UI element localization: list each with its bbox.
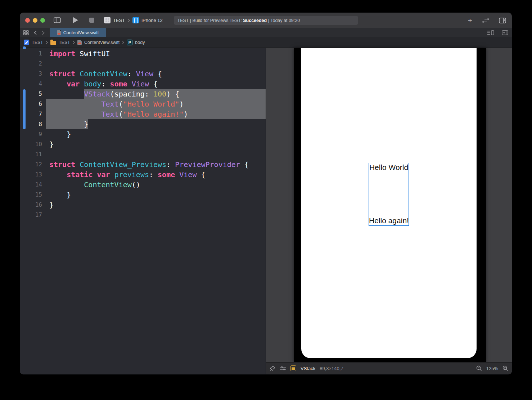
line-number[interactable]: 17 <box>20 210 46 220</box>
library-add-icon[interactable]: + <box>468 17 472 24</box>
minimize-window-button[interactable] <box>33 18 37 23</box>
change-bar <box>23 89 26 129</box>
code-line[interactable]: 16} <box>20 200 266 210</box>
token-pl: } <box>49 140 54 149</box>
token-pl <box>93 170 97 179</box>
code-line[interactable]: 3struct ContentView: View { <box>20 69 266 79</box>
jumpbar-item-group[interactable]: TEST <box>59 40 70 45</box>
code-line[interactable]: 5 VStack(spacing: 100) { <box>20 89 266 99</box>
chevron-right-icon <box>122 41 124 44</box>
token-pl: } <box>49 120 88 129</box>
code-review-icon[interactable] <box>481 18 490 23</box>
code-text[interactable] <box>46 59 266 69</box>
token-pl: SwiftUI <box>75 49 110 58</box>
code-text[interactable]: } <box>46 129 266 139</box>
line-number[interactable]: 10 <box>20 139 46 149</box>
code-text[interactable]: var body: some View { <box>46 79 266 89</box>
code-line[interactable]: 1import SwiftUI <box>20 49 266 59</box>
line-number[interactable]: 12 <box>20 159 46 170</box>
run-button[interactable] <box>73 17 78 23</box>
zoom-level[interactable]: 125% <box>486 366 498 371</box>
code-text[interactable]: Text("Hello World") <box>46 99 266 109</box>
token-type: View <box>136 69 153 78</box>
zoom-out-icon[interactable] <box>476 365 482 371</box>
code-line[interactable]: 9 } <box>20 129 266 139</box>
swift-file-icon <box>77 40 82 45</box>
jump-bar: TEST TEST ContentView.swift P body <box>20 37 512 48</box>
token-pl: { <box>197 170 205 179</box>
line-number[interactable]: 16 <box>20 200 46 210</box>
line-number[interactable]: 15 <box>20 190 46 200</box>
pin-preview-icon[interactable] <box>270 365 275 371</box>
code-text[interactable] <box>46 149 266 159</box>
zoom-in-icon[interactable] <box>502 365 508 371</box>
source-editor[interactable]: 1import SwiftUI23struct ContentView: Vie… <box>20 48 266 374</box>
code-text[interactable]: } <box>46 200 266 210</box>
code-text[interactable]: } <box>46 190 266 200</box>
run-destination: iPhone 12 <box>141 18 163 23</box>
stop-button[interactable] <box>89 18 94 23</box>
zoom-window-button[interactable] <box>40 18 45 23</box>
code-line[interactable]: 17 <box>20 210 266 220</box>
tab-contentview-swift[interactable]: ContentView.swift <box>50 28 106 37</box>
code-text[interactable]: struct ContentView_Previews: PreviewProv… <box>46 159 266 170</box>
code-text[interactable]: struct ContentView: View { <box>46 69 266 79</box>
line-number[interactable]: 3 <box>20 69 46 79</box>
inspector-sidebar-toggle-icon[interactable] <box>499 18 506 23</box>
tab-overview-icon[interactable] <box>23 30 29 35</box>
jumpbar-item-file[interactable]: ContentView.swift <box>84 40 120 45</box>
line-number[interactable]: 9 <box>20 129 46 139</box>
line-number[interactable]: 13 <box>20 170 46 180</box>
token-pl: } <box>49 201 54 209</box>
token-kw: some <box>158 170 175 179</box>
status-time: | Today at 09:20 <box>267 18 300 23</box>
jumpbar-item-project[interactable]: TEST <box>32 40 43 45</box>
code-text[interactable]: } <box>46 119 266 129</box>
close-window-button[interactable] <box>25 18 30 23</box>
line-number[interactable]: 11 <box>20 149 46 159</box>
code-line[interactable]: 8 } <box>20 119 266 129</box>
code-text[interactable]: static var previews: some View { <box>46 170 266 180</box>
code-line[interactable]: 4 var body: some View { <box>20 79 266 89</box>
code-line[interactable]: 14 ContentView() <box>20 180 266 190</box>
line-number[interactable]: 14 <box>20 180 46 190</box>
code-text[interactable]: import SwiftUI <box>46 49 266 59</box>
token-pl: : <box>102 80 110 88</box>
editor-options-icon[interactable] <box>487 30 494 35</box>
line-number[interactable]: 2 <box>20 59 46 69</box>
preview-text-hello-again[interactable]: Hello again! <box>369 216 409 225</box>
preview-inspector-icon[interactable] <box>280 366 286 371</box>
code-text[interactable]: } <box>46 139 266 149</box>
code-text[interactable]: VStack(spacing: 100) { <box>46 89 266 99</box>
add-editor-icon[interactable] <box>502 30 508 35</box>
code-text[interactable] <box>46 210 266 220</box>
scheme-name: TEST <box>113 18 125 23</box>
token-pl: { <box>240 160 249 169</box>
preview-text-hello-world[interactable]: Hello World <box>369 163 409 172</box>
back-navigation-icon[interactable] <box>34 31 37 35</box>
code-line[interactable]: 7 Text("Hello again!") <box>20 109 266 119</box>
vstack-selection-outline[interactable]: Hello World Hello again! <box>369 163 409 226</box>
line-number[interactable]: 4 <box>20 79 46 89</box>
iphone-screen[interactable]: Hello World Hello again! <box>301 48 477 358</box>
token-type: View <box>179 170 197 179</box>
jumpbar-item-symbol[interactable]: body <box>135 40 145 45</box>
code-line[interactable]: 2 <box>20 59 266 69</box>
line-number[interactable]: 1 <box>20 49 46 59</box>
code-line[interactable]: 15 } <box>20 190 266 200</box>
code-text[interactable]: ContentView() <box>46 180 266 190</box>
code-text[interactable]: Text("Hello again!") <box>46 109 266 119</box>
activity-status-bar[interactable]: TEST | Build for Previews TEST: Succeede… <box>174 16 358 25</box>
token-pl: (spacing: <box>110 90 153 98</box>
code-line[interactable]: 10} <box>20 139 266 149</box>
code-line[interactable]: 6 Text("Hello World") <box>20 99 266 109</box>
navigator-sidebar-toggle-icon[interactable] <box>54 17 61 23</box>
preview-canvas: Hello World Hello again! <box>266 48 512 374</box>
code-line[interactable]: 12struct ContentView_Previews: PreviewPr… <box>20 159 266 170</box>
forward-navigation-icon[interactable] <box>42 31 45 35</box>
code-line[interactable]: 11 <box>20 149 266 159</box>
code-line[interactable]: 13 static var previews: some View { <box>20 170 266 180</box>
canvas-bottom-bar: VStack 89,3×140,7 125% <box>266 362 512 374</box>
scheme-selector[interactable]: TEST iPhone 12 <box>104 17 163 23</box>
folder-icon <box>50 41 56 45</box>
